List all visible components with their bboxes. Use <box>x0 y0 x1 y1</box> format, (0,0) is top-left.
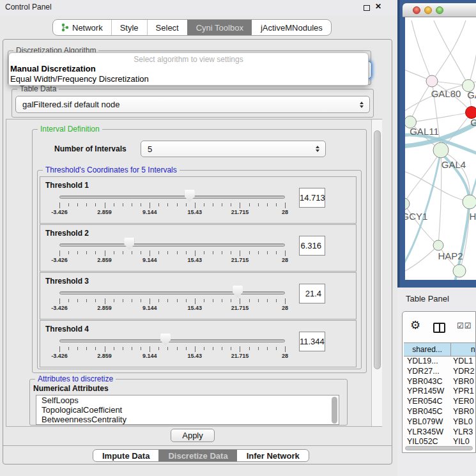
threshold-value-field[interactable]: 21.4 <box>299 284 325 303</box>
tab-style[interactable]: Style <box>111 20 147 35</box>
threshold-value-field[interactable]: 11.344 <box>299 332 325 351</box>
tick-label: 2.859 <box>97 209 112 215</box>
tab-cyni-toolbox[interactable]: Cyni Toolbox <box>187 20 252 35</box>
tick-mark <box>285 203 286 208</box>
tick-mark <box>249 203 250 206</box>
column-header-name[interactable]: n <box>451 343 476 356</box>
divider <box>3 445 392 446</box>
table-row[interactable]: YBL079WYBL0 <box>404 417 476 427</box>
table-row[interactable]: YLR345WYLR3 <box>404 427 476 438</box>
dropdown-option-equal-width[interactable]: Equal Width/Frequency Discretization <box>10 74 149 84</box>
network-edge[interactable] <box>410 112 472 122</box>
slider-track[interactable] <box>59 339 285 342</box>
zoom-traffic-light-icon[interactable] <box>436 6 443 14</box>
network-edge[interactable] <box>411 20 432 81</box>
gear-icon[interactable]: ⚙ <box>410 318 420 332</box>
tick-mark <box>231 203 231 206</box>
tab-select[interactable]: Select <box>147 20 187 35</box>
table-row[interactable]: YBR045CYBR0 <box>404 407 476 417</box>
main-scrollbar-thumb[interactable] <box>374 130 381 369</box>
spinner-arrows-icon <box>316 146 319 152</box>
tick-mark <box>285 250 286 256</box>
tab-network[interactable]: Network <box>53 20 111 35</box>
tab-impute-data[interactable]: Impute Data <box>93 450 158 461</box>
cell-name: YBL0 <box>451 417 476 427</box>
tick-mark <box>77 347 78 350</box>
threshold-value-field[interactable]: 6.316 <box>299 236 325 256</box>
network-node[interactable] <box>453 265 466 277</box>
table-row[interactable]: YIL052CYIL0 <box>404 437 476 445</box>
slider-track[interactable] <box>59 291 285 295</box>
tick-mark <box>132 203 132 206</box>
table-row[interactable]: YBR043CYBR0 <box>404 377 476 387</box>
list-scrollbar-thumb[interactable] <box>332 397 337 424</box>
network-canvas[interactable]: GAL80GAGGAL11GAL4GCY1HAHAP2 <box>405 17 476 280</box>
tab-discretize-data[interactable]: Discretize Data <box>158 450 236 461</box>
table-row[interactable]: YPR145WYPR1 <box>404 387 476 397</box>
threshold-panel: Threshold 3-3.4262.8599.14415.4321.71528… <box>40 272 357 319</box>
threshold-value-field[interactable]: 14.713 <box>299 188 325 208</box>
list-item[interactable]: TopologicalCoefficient <box>36 405 339 415</box>
slider-thumb[interactable] <box>233 286 243 298</box>
slider-thumb[interactable] <box>124 238 134 250</box>
table-hscrollbar-track[interactable] <box>404 446 475 451</box>
cell-shared-name: YBR043C <box>404 377 451 387</box>
network-graph: GAL80GAGGAL11GAL4GCY1HAHAP2 <box>405 17 476 280</box>
slider-thumb[interactable] <box>185 190 195 202</box>
apply-button[interactable]: Apply <box>171 429 215 442</box>
network-node[interactable] <box>463 195 476 209</box>
thresholds-group-title: Threshold's Coordinates for 5 Intervals <box>43 165 180 174</box>
tab-infer-network[interactable]: Infer Network <box>237 450 309 461</box>
list-item[interactable]: BetweennessCentrality <box>36 415 339 424</box>
tick-mark <box>213 251 213 254</box>
network-edge[interactable] <box>434 20 468 86</box>
threshold-label: Threshold 3 <box>45 277 89 286</box>
network-node[interactable] <box>405 198 410 210</box>
tab-jactivemnodules[interactable]: jActiveMNodules <box>252 20 331 35</box>
dropdown-option-manual[interactable]: Manual Discretization <box>10 64 96 73</box>
minimize-traffic-light-icon[interactable] <box>424 6 432 14</box>
checkbox-icons[interactable]: ☑☑ <box>457 321 472 330</box>
network-edge-thick[interactable] <box>471 171 476 197</box>
numerical-attributes-list[interactable]: SelfLoopsTopologicalCoefficientBetweenne… <box>36 395 339 425</box>
network-window-titlebar[interactable] <box>403 3 476 17</box>
tick-mark <box>186 299 187 302</box>
list-item[interactable]: SelfLoops <box>36 395 339 405</box>
tick-mark <box>95 203 96 206</box>
network-node[interactable] <box>426 75 438 87</box>
table-data-group-title: Table Data <box>17 84 59 93</box>
tick-label: 21.715 <box>231 353 249 359</box>
tick-mark <box>114 203 114 206</box>
main-scrollbar-track[interactable] <box>371 119 382 426</box>
split-pane-icon[interactable] <box>433 323 445 333</box>
tick-mark <box>258 347 259 350</box>
network-edge[interactable] <box>468 43 476 86</box>
network-node[interactable] <box>433 142 449 158</box>
slider-thumb[interactable] <box>160 334 171 346</box>
slider-track[interactable] <box>59 196 285 199</box>
float-window-icon[interactable] <box>364 5 370 11</box>
column-header-shared-name[interactable]: shared... <box>404 343 451 356</box>
table-row[interactable]: YDL19...YDL1 <box>404 357 476 367</box>
tick-mark <box>167 251 168 254</box>
network-node[interactable] <box>433 240 443 250</box>
table-row[interactable]: YDR27...YDR2 <box>404 367 476 377</box>
slider-track[interactable] <box>59 243 285 247</box>
table-data-select[interactable]: galFiltered.sif default node <box>15 96 370 113</box>
close-traffic-light-icon[interactable] <box>413 6 420 14</box>
table-data-value: galFiltered.sif default node <box>22 100 119 109</box>
tab-label: Select <box>156 23 179 33</box>
node-label: HAP2 <box>438 250 463 261</box>
algorithm-dropdown-popup: Select algorithm to view settings Manual… <box>8 52 369 86</box>
tick-mark <box>258 203 259 206</box>
tick-label: 15.43 <box>188 209 203 215</box>
tick-mark <box>195 250 196 256</box>
table-row[interactable]: YER054CYER0 <box>404 397 476 407</box>
tick-mark <box>123 203 123 206</box>
tick-mark <box>222 347 222 350</box>
tick-label: 28 <box>282 257 288 263</box>
tick-mark <box>276 347 277 350</box>
table-hscrollbar-thumb[interactable] <box>405 446 473 450</box>
close-icon[interactable]: ✕ <box>375 2 381 11</box>
number-of-intervals-select[interactable]: 5 <box>141 141 326 157</box>
